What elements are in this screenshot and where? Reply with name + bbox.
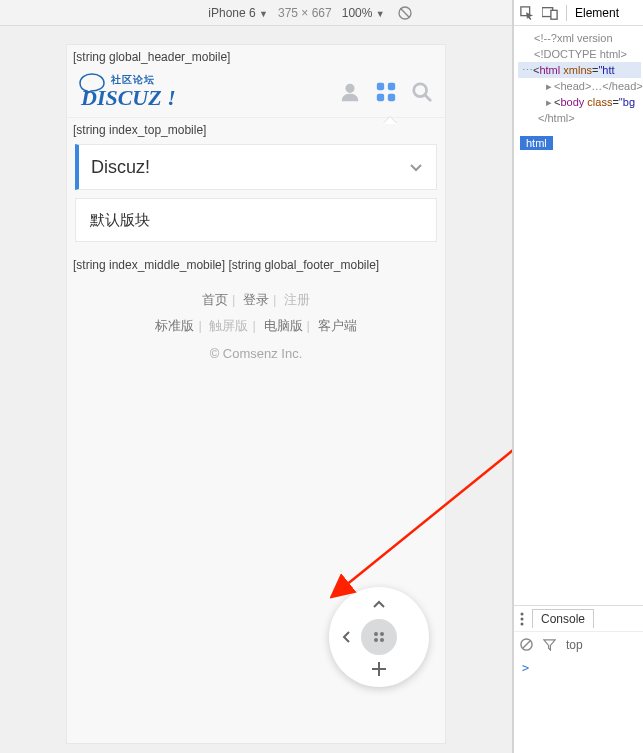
footer-pc[interactable]: 电脑版 (264, 318, 303, 333)
footer-touch[interactable]: 触屏版 (209, 318, 248, 333)
search-icon[interactable] (411, 81, 433, 103)
svg-point-5 (345, 84, 354, 93)
code-line[interactable]: ▸<head>…</head> (518, 78, 641, 94)
footer-standard[interactable]: 标准版 (155, 318, 194, 333)
console-tabbar: Console (514, 605, 643, 631)
svg-rect-7 (388, 83, 395, 90)
footer-login[interactable]: 登录 (243, 292, 269, 307)
hook-global-header: [string global_header_mobile] (67, 45, 445, 67)
device-select[interactable]: iPhone 6 ▼ (208, 6, 268, 20)
svg-point-26 (521, 617, 524, 620)
svg-point-12 (374, 632, 378, 636)
svg-point-27 (521, 622, 524, 625)
chevron-down-icon (408, 159, 424, 175)
kebab-icon[interactable] (520, 612, 524, 626)
tab-caret-icon (383, 117, 397, 124)
preview-pane: [string global_header_mobile] 社区论坛 DISCU… (0, 26, 512, 753)
svg-rect-9 (388, 94, 395, 101)
footer-register[interactable]: 注册 (284, 292, 310, 307)
section-label: 默认版块 (90, 211, 150, 230)
svg-point-13 (380, 632, 384, 636)
copyright: © Comsenz Inc. (67, 341, 445, 367)
nav-center-button[interactable] (361, 619, 397, 655)
logo-bubble-icon (79, 73, 105, 95)
mobile-viewport: [string global_header_mobile] 社区论坛 DISCU… (66, 44, 446, 744)
dom-tree[interactable]: <!--?xml version <!DOCTYPE html> ⋯<html … (514, 26, 643, 130)
mobile-header: 社区论坛 DISCUZ ! (67, 67, 445, 118)
nav-up-button[interactable] (365, 591, 393, 619)
code-line-selected[interactable]: ⋯<html xmlns="htt (518, 62, 641, 78)
footer-client[interactable]: 客户端 (318, 318, 357, 333)
svg-rect-24 (551, 10, 557, 19)
nav-dpad (329, 587, 429, 687)
forum-selector[interactable]: Discuz! (75, 144, 437, 190)
svg-rect-8 (377, 94, 384, 101)
console-filterbar: top (514, 631, 643, 657)
zoom-select[interactable]: 100% ▼ (342, 6, 385, 20)
user-icon[interactable] (339, 81, 361, 103)
tab-console[interactable]: Console (532, 609, 594, 628)
console-prompt[interactable]: > (514, 657, 643, 679)
code-line: </html> (518, 110, 641, 126)
code-line: <!--?xml version (518, 30, 641, 46)
viewport-width[interactable]: 375 (278, 6, 298, 20)
device-toggle-icon[interactable] (542, 6, 558, 20)
svg-line-1 (400, 8, 409, 17)
svg-line-29 (523, 641, 530, 648)
apps-grid-icon[interactable] (375, 81, 397, 103)
rotate-icon[interactable] (395, 5, 415, 21)
devtools-panel: Element <!--?xml version <!DOCTYPE html>… (512, 0, 643, 753)
hook-middle-footer: [string index_middle_mobile] [string glo… (67, 250, 445, 275)
devtools-toolbar: Element (514, 0, 643, 26)
viewport-height[interactable]: 667 (312, 6, 332, 20)
svg-point-25 (521, 612, 524, 615)
nav-down-button[interactable] (365, 655, 393, 683)
filter-icon[interactable] (543, 638, 556, 651)
inspect-icon[interactable] (520, 6, 534, 20)
footer-links: 首页| 登录| 注册 标准版| 触屏版| 电脑版| 客户端 © Comsenz … (67, 287, 445, 367)
context-select[interactable]: top (566, 638, 583, 652)
footer-home[interactable]: 首页 (202, 292, 228, 307)
svg-point-14 (374, 638, 378, 642)
code-line: <!DOCTYPE html> (518, 46, 641, 62)
svg-rect-6 (377, 83, 384, 90)
forum-section-item[interactable]: 默认版块 (75, 198, 437, 242)
forum-selector-label: Discuz! (91, 157, 150, 178)
svg-line-11 (425, 95, 431, 101)
nav-left-button[interactable] (333, 623, 361, 651)
clear-icon[interactable] (520, 638, 533, 651)
svg-point-15 (380, 638, 384, 642)
tab-elements[interactable]: Element (575, 6, 619, 20)
code-line[interactable]: ▸<body class="bg (518, 94, 641, 110)
breadcrumb-html[interactable]: html (520, 136, 553, 150)
